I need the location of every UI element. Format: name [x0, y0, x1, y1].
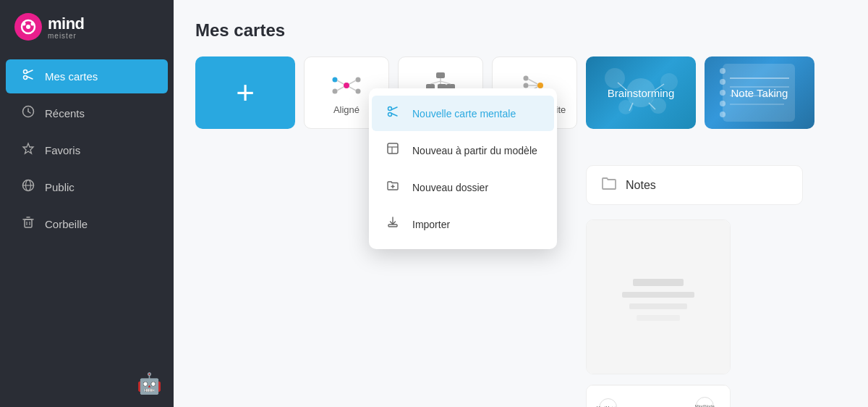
svg-point-38	[537, 83, 543, 88]
template-brainstorming[interactable]: Brainstorming	[586, 56, 696, 129]
habitudes-thumb-svg	[593, 250, 723, 344]
trash-icon	[20, 216, 36, 232]
sidebar-bottom: 🤖	[0, 360, 174, 407]
dropdown-new-folder[interactable]: Nouveau dossier	[372, 169, 554, 205]
dropdown-import[interactable]: Importer	[372, 206, 554, 242]
template-note-taking[interactable]: Note Taking	[705, 56, 814, 129]
sidebar-navigation: Mes cartes Récents Favoris	[0, 58, 174, 243]
svg-rect-76	[633, 279, 684, 286]
svg-point-59	[720, 68, 726, 74]
svg-rect-77	[622, 292, 694, 298]
svg-point-2	[22, 22, 26, 26]
svg-point-62	[720, 101, 726, 106]
sidebar-item-recents[interactable]: Récents	[6, 96, 168, 130]
dropdown-new-mind-map-label: Nouvelle carte mentale	[412, 108, 516, 119]
svg-rect-29	[436, 72, 445, 78]
sidebar-item-label: Mes cartes	[45, 70, 98, 83]
svg-point-39	[524, 75, 529, 80]
svg-point-23	[356, 77, 361, 82]
folder-icon	[601, 176, 617, 194]
svg-rect-68	[388, 143, 398, 154]
dropdown-import-label: Importer	[412, 219, 450, 230]
logo-text-block: mind meister	[48, 14, 85, 40]
habitudes-thumbnail	[587, 220, 730, 374]
sidebar-item-label: Favoris	[45, 144, 80, 156]
cards-grid: Habitudes 1 jour Inviter	[586, 219, 868, 407]
sidebar-item-label: Récents	[45, 107, 85, 119]
page-title: Mes cartes	[195, 20, 846, 41]
svg-point-1	[26, 25, 30, 29]
template-icon	[386, 142, 402, 159]
map-card-habitudes[interactable]: Habitudes 1 jour Inviter	[586, 219, 731, 374]
note-taking-label: Note Taking	[731, 87, 788, 99]
dropdown-new-folder-label: Nouveau dossier	[412, 182, 488, 193]
svg-line-10	[28, 112, 30, 113]
sidebar-item-label: Corbeille	[45, 218, 88, 230]
svg-rect-15	[25, 219, 32, 227]
map-card-meilleurs[interactable]: Meilleurs Logiciels de Cartes Mentales M…	[586, 385, 731, 407]
svg-rect-79	[637, 315, 680, 321]
notes-section: Notes Habitudes 1 jour	[586, 165, 868, 407]
svg-line-25	[337, 80, 344, 84]
sidebar: mind meister Mes cartes	[0, 0, 174, 407]
sidebar-item-favoris[interactable]: Favoris	[6, 133, 168, 167]
new-card-button[interactable]: +	[195, 56, 295, 129]
logo[interactable]: mind meister	[0, 0, 174, 54]
svg-point-24	[356, 88, 361, 93]
svg-point-22	[333, 88, 338, 93]
import-icon	[386, 216, 402, 232]
template-aligne-label: Aligné	[333, 104, 359, 115]
sidebar-item-public[interactable]: Public	[6, 170, 168, 204]
sidebar-item-label: Public	[45, 181, 75, 193]
sidebar-item-corbeille[interactable]: Corbeille	[6, 207, 168, 241]
notes-folder[interactable]: Notes	[586, 165, 803, 205]
sidebar-item-mes-cartes[interactable]: Mes cartes	[6, 59, 168, 93]
svg-rect-78	[629, 303, 687, 309]
dropdown-new-from-model-label: Nouveau à partir du modèle	[412, 145, 537, 156]
meilleurs-thumbnail: Meilleurs Logiciels de Cartes Mentales M…	[587, 385, 730, 407]
svg-point-3	[31, 22, 35, 26]
svg-text:MindNode: MindNode	[695, 404, 715, 407]
svg-point-61	[720, 90, 726, 96]
meilleurs-thumb-svg: Meilleurs Logiciels de Cartes Mentales M…	[587, 385, 730, 407]
svg-line-42	[528, 79, 537, 84]
svg-rect-73	[388, 225, 397, 227]
aligne-icon	[328, 71, 365, 100]
svg-point-21	[333, 77, 338, 82]
svg-point-40	[524, 83, 529, 88]
svg-line-28	[349, 87, 356, 91]
logo-name: mind	[48, 14, 85, 33]
scissors-icon	[386, 105, 402, 122]
folder-plus-icon	[386, 179, 402, 196]
scissors-icon	[20, 68, 36, 85]
plus-icon: +	[236, 77, 255, 109]
star-icon	[20, 142, 36, 159]
robot-icon: 🤖	[137, 372, 162, 395]
habitudes-card-body: Habitudes 1 jour Inviter	[587, 374, 730, 374]
globe-icon	[20, 179, 36, 196]
svg-point-20	[344, 83, 349, 88]
svg-point-46	[605, 68, 625, 88]
svg-line-35	[430, 81, 441, 84]
dropdown-new-mind-map[interactable]: Nouvelle carte mentale	[372, 96, 554, 131]
svg-line-36	[441, 81, 451, 84]
notes-folder-label: Notes	[626, 179, 656, 192]
svg-line-26	[337, 87, 344, 91]
dropdown-menu: Nouvelle carte mentale Nouveau à partir …	[369, 88, 557, 249]
svg-line-27	[349, 80, 356, 84]
svg-marker-11	[23, 143, 33, 154]
clock-icon	[20, 105, 36, 122]
main-content: Mes cartes + Aligné	[174, 0, 868, 407]
svg-point-63	[720, 112, 726, 117]
brainstorming-label: Brainstorming	[608, 87, 675, 99]
logo-icon	[14, 13, 42, 41]
svg-point-60	[720, 79, 726, 85]
svg-point-49	[650, 98, 666, 114]
dropdown-new-from-model[interactable]: Nouveau à partir du modèle	[372, 133, 554, 168]
